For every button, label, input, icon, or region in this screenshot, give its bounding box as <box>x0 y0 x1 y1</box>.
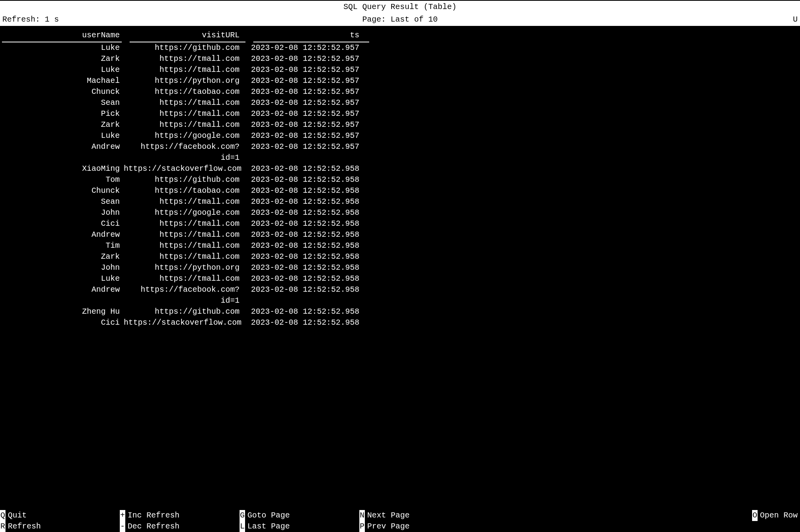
table-row[interactable]: Lukehttps://tmall.com2023-02-08 12:52:52… <box>0 273 800 284</box>
cell-username: Zark <box>0 119 124 130</box>
footer-key: O <box>752 510 758 521</box>
cell-ts: 2023-02-08 12:52:52.958 <box>243 262 363 273</box>
footer-key: - <box>120 521 125 532</box>
cell-ts: 2023-02-08 12:52:52.958 <box>243 163 363 174</box>
header-info: Refresh: 1 s Page: Last of 10 U <box>0 13 800 26</box>
col-header-username: userName <box>0 30 124 41</box>
footer-label: Dec Refresh <box>128 521 179 532</box>
cell-visiturl: https://tmall.com <box>124 119 243 130</box>
footer-item[interactable]: +Inc Refresh <box>120 510 240 521</box>
table-row[interactable]: Chunckhttps://taobao.com2023-02-08 12:52… <box>0 86 800 97</box>
table-row[interactable]: Seanhttps://tmall.com2023-02-08 12:52:52… <box>0 196 800 207</box>
cell-visiturl: https://tmall.com <box>124 108 243 119</box>
cell-visiturl: https://tmall.com <box>124 251 243 262</box>
cell-visiturl: https://python.org <box>124 262 243 273</box>
table-row[interactable]: Seanhttps://tmall.com2023-02-08 12:52:52… <box>0 97 800 108</box>
refresh-label: Refresh: 1 s <box>2 14 59 25</box>
cell-visiturl: https://stackoverflow.com <box>124 163 243 174</box>
header-title: SQL Query Result (Table) <box>0 1 800 13</box>
cell-username: Cici <box>0 218 124 229</box>
footer-item[interactable]: QQuit <box>0 510 120 521</box>
cell-ts: 2023-02-08 12:52:52.957 <box>243 130 363 141</box>
cell-visiturl: https://github.com <box>124 42 243 53</box>
table-row[interactable]: Cicihttps://tmall.com2023-02-08 12:52:52… <box>0 218 800 229</box>
footer-label: Inc Refresh <box>128 510 179 521</box>
cell-username: XiaoMing <box>0 163 124 174</box>
cell-username: Andrew <box>0 141 124 163</box>
footer-label: Quit <box>8 510 27 521</box>
table-row[interactable]: Lukehttps://tmall.com2023-02-08 12:52:52… <box>0 64 800 75</box>
cell-username: Cici <box>0 317 124 328</box>
table-row[interactable]: Pickhttps://tmall.com2023-02-08 12:52:52… <box>0 108 800 119</box>
table-row[interactable]: Johnhttps://google.com2023-02-08 12:52:5… <box>0 207 800 218</box>
table-row[interactable]: Zarkhttps://tmall.com2023-02-08 12:52:52… <box>0 119 800 130</box>
title-text: SQL Query Result (Table) <box>343 2 456 11</box>
footer-row-1: QQuit+Inc RefreshGGoto PageNNext PageOOp… <box>0 510 800 521</box>
cell-ts: 2023-02-08 12:52:52.958 <box>243 196 363 207</box>
footer-label: Next Page <box>367 510 410 521</box>
cell-ts: 2023-02-08 12:52:52.958 <box>243 273 363 284</box>
table-row[interactable]: Zheng Huhttps://github.com2023-02-08 12:… <box>0 306 800 317</box>
table-row[interactable]: Lukehttps://github.com2023-02-08 12:52:5… <box>0 42 800 53</box>
footer-item[interactable]: LLast Page <box>240 521 359 532</box>
footer-row-2: RRefresh-Dec RefreshLLast PagePPrev Page <box>0 521 800 532</box>
cell-visiturl: https://tmall.com <box>124 64 243 75</box>
cell-username: Andrew <box>0 284 124 306</box>
cell-visiturl: https://tmall.com <box>124 218 243 229</box>
footer-item[interactable]: OOpen Row <box>752 510 800 521</box>
cell-ts: 2023-02-08 12:52:52.957 <box>243 64 363 75</box>
table-row[interactable]: Zarkhttps://tmall.com2023-02-08 12:52:52… <box>0 251 800 262</box>
cell-ts: 2023-02-08 12:52:52.957 <box>243 42 363 53</box>
table-row[interactable]: Cicihttps://stackoverflow.com2023-02-08 … <box>0 317 800 328</box>
table-row[interactable]: Johnhttps://python.org2023-02-08 12:52:5… <box>0 262 800 273</box>
cell-visiturl: https://facebook.com?id=1 <box>124 141 243 163</box>
cell-username: John <box>0 207 124 218</box>
footer-key: N <box>359 510 365 521</box>
cell-ts: 2023-02-08 12:52:52.958 <box>243 251 363 262</box>
cell-username: Tom <box>0 174 124 185</box>
table-body: Lukehttps://github.com2023-02-08 12:52:5… <box>0 42 800 328</box>
cell-ts: 2023-02-08 12:52:52.957 <box>243 86 363 97</box>
footer-label: Goto Page <box>247 510 290 521</box>
cell-visiturl: https://facebook.com?id=1 <box>124 284 243 306</box>
footer-key: L <box>240 521 245 532</box>
page-label: Page: Last of 10 <box>362 14 438 25</box>
cell-username: Luke <box>0 273 124 284</box>
cell-visiturl: https://tmall.com <box>124 53 243 64</box>
table-header-row: userName visitURL ts <box>0 30 800 42</box>
col-header-visiturl: visitURL <box>124 30 243 41</box>
footer-item[interactable]: GGoto Page <box>240 510 359 521</box>
footer-item[interactable]: -Dec Refresh <box>120 521 240 532</box>
cell-username: Sean <box>0 97 124 108</box>
table-row[interactable]: Lukehttps://google.com2023-02-08 12:52:5… <box>0 130 800 141</box>
table-row[interactable]: Zarkhttps://tmall.com2023-02-08 12:52:52… <box>0 53 800 64</box>
cell-ts: 2023-02-08 12:52:52.958 <box>243 306 363 317</box>
header-right-char: U <box>793 14 798 25</box>
table-row[interactable]: Chunckhttps://taobao.com2023-02-08 12:52… <box>0 185 800 196</box>
footer-label: Prev Page <box>367 521 410 532</box>
table-row[interactable]: Andrewhttps://tmall.com2023-02-08 12:52:… <box>0 229 800 240</box>
table-row[interactable]: Andrewhttps://facebook.com?id=12023-02-0… <box>0 141 800 163</box>
footer-item[interactable]: NNext Page <box>359 510 479 521</box>
cell-ts: 2023-02-08 12:52:52.958 <box>243 174 363 185</box>
cell-visiturl: https://github.com <box>124 174 243 185</box>
cell-username: Luke <box>0 64 124 75</box>
cell-username: Tim <box>0 240 124 251</box>
table-row[interactable]: XiaoMinghttps://stackoverflow.com2023-02… <box>0 163 800 174</box>
footer-item[interactable]: RRefresh <box>0 521 120 532</box>
cell-username: John <box>0 262 124 273</box>
footer-item[interactable]: PPrev Page <box>359 521 479 532</box>
table-row[interactable]: Timhttps://tmall.com2023-02-08 12:52:52.… <box>0 240 800 251</box>
cell-visiturl: https://tmall.com <box>124 196 243 207</box>
table-row[interactable]: Andrewhttps://facebook.com?id=12023-02-0… <box>0 284 800 306</box>
footer-key: P <box>359 521 365 532</box>
table-row[interactable]: Machaelhttps://python.org2023-02-08 12:5… <box>0 75 800 86</box>
cell-username: Chunck <box>0 86 124 97</box>
table-row[interactable]: Tomhttps://github.com2023-02-08 12:52:52… <box>0 174 800 185</box>
cell-ts: 2023-02-08 12:52:52.958 <box>243 185 363 196</box>
table-content: userName visitURL ts Lukehttps://github.… <box>0 26 800 328</box>
cell-visiturl: https://github.com <box>124 306 243 317</box>
cell-ts: 2023-02-08 12:52:52.957 <box>243 97 363 108</box>
cell-visiturl: https://taobao.com <box>124 185 243 196</box>
cell-username: Zheng Hu <box>0 306 124 317</box>
